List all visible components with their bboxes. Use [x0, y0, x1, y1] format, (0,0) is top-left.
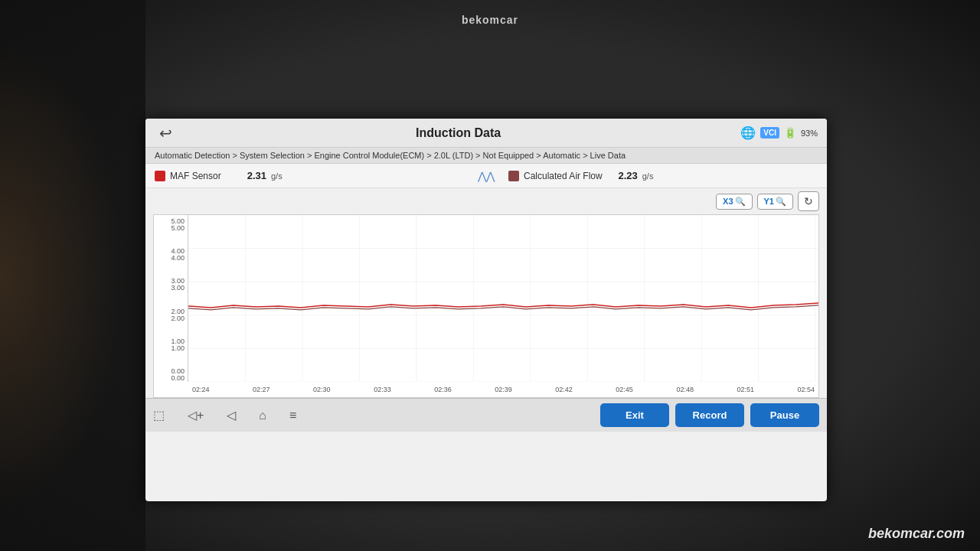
record-button[interactable]: Record — [675, 403, 744, 427]
volume-icon[interactable]: ◁+ — [188, 408, 204, 422]
bottom-bar: ⬚ ◁+ ◁ ⌂ ≡ Exit Record Pause — [145, 398, 827, 432]
x-label-8: 02:48 — [676, 386, 694, 393]
caf-sensor-unit: g/s — [642, 171, 654, 181]
x-axis: 02:24 02:27 02:30 02:33 02:36 02:39 02:4… — [188, 382, 818, 397]
sensor-row: MAF Sensor 2.31 g/s ⋀⋀ Calculated Air Fl… — [145, 164, 827, 188]
x3-zoom-button[interactable]: X3 🔍 — [716, 194, 752, 210]
up-arrows: ⋀⋀ — [470, 170, 502, 182]
maf-sensor-label: MAF Sensor — [170, 171, 231, 181]
y-label-4: 4.004.00 — [155, 248, 185, 262]
y-label-3: 3.003.00 — [155, 278, 185, 292]
y1-zoom-icon: 🔍 — [776, 197, 786, 207]
brand-label: bekomcar — [462, 14, 518, 26]
maf-color-box — [155, 171, 165, 181]
refresh-button[interactable]: ↻ — [798, 191, 819, 211]
y-label-0: 0.000.00 — [155, 368, 185, 382]
y-axis: 5.005.00 4.004.00 3.003.00 2.002.00 1.00… — [154, 215, 188, 382]
hand-shadow — [0, 0, 145, 551]
y-label-5: 5.005.00 — [155, 218, 185, 232]
y-label-2: 2.002.00 — [155, 308, 185, 322]
x3-label: X3 — [723, 197, 733, 206]
refresh-icon: ↻ — [804, 195, 813, 207]
tablet-screen: ↩ Induction Data 🌐 VCI 🔋 93% Automatic D… — [145, 119, 827, 501]
back-arrow-icon: ↩ — [159, 124, 172, 142]
x-label-2: 02:30 — [313, 386, 331, 393]
y1-zoom-button[interactable]: Y1 🔍 — [757, 194, 793, 210]
globe-icon: 🌐 — [740, 126, 756, 140]
chart-inner — [188, 215, 818, 382]
caf-sensor-label: Calculated Air Flow — [524, 171, 603, 181]
x-label-1: 02:27 — [253, 386, 270, 393]
sensor-caf: Calculated Air Flow 2.23 g/s — [508, 170, 818, 181]
x-label-10: 02:54 — [797, 386, 815, 393]
chart-controls: X3 🔍 Y1 🔍 ↻ — [145, 188, 827, 214]
maf-sensor-unit: g/s — [271, 171, 283, 181]
vci-badge: VCI — [760, 127, 779, 139]
x-label-9: 02:51 — [737, 386, 754, 393]
x-label-6: 02:42 — [555, 386, 573, 393]
header-bar: ↩ Induction Data 🌐 VCI 🔋 93% — [145, 119, 827, 148]
breadcrumb: Automatic Detection > System Selection >… — [145, 148, 827, 164]
maf-sensor-value: 2.31 — [236, 170, 266, 181]
caf-color-box — [508, 171, 519, 181]
sensor-maf: MAF Sensor 2.31 g/s — [155, 170, 464, 181]
watermark: bekomcar.com — [868, 526, 965, 542]
x-label-5: 02:39 — [495, 386, 512, 393]
home-icon[interactable]: ⌂ — [259, 409, 266, 422]
action-buttons: Exit Record Pause — [600, 403, 819, 427]
back-nav-icon[interactable]: ◁ — [227, 408, 236, 422]
battery-percent: 93% — [801, 129, 818, 138]
exit-button[interactable]: Exit — [600, 403, 669, 427]
battery-icon: 🔋 — [784, 127, 796, 139]
x-label-0: 02:24 — [192, 386, 210, 393]
caf-sensor-value: 2.23 — [607, 170, 638, 181]
nav-icons: ⬚ ◁+ ◁ ⌂ ≡ — [153, 408, 296, 422]
y-label-1: 1.001.00 — [155, 338, 185, 352]
menu-icon[interactable]: ≡ — [289, 409, 296, 422]
y1-label: Y1 — [764, 197, 774, 206]
header-icons: 🌐 VCI 🔋 93% — [740, 126, 818, 140]
chart-area: 5.005.00 4.004.00 3.003.00 2.002.00 1.00… — [153, 214, 819, 398]
x-label-7: 02:45 — [616, 386, 633, 393]
pause-button[interactable]: Pause — [750, 403, 819, 427]
x-label-4: 02:36 — [434, 386, 452, 393]
back-button[interactable]: ↩ — [155, 122, 176, 144]
chart-svg — [188, 215, 818, 382]
x3-zoom-icon: 🔍 — [735, 197, 746, 207]
screenshot-icon[interactable]: ⬚ — [153, 408, 165, 422]
page-title: Induction Data — [176, 126, 740, 140]
x-label-3: 02:33 — [374, 386, 391, 393]
